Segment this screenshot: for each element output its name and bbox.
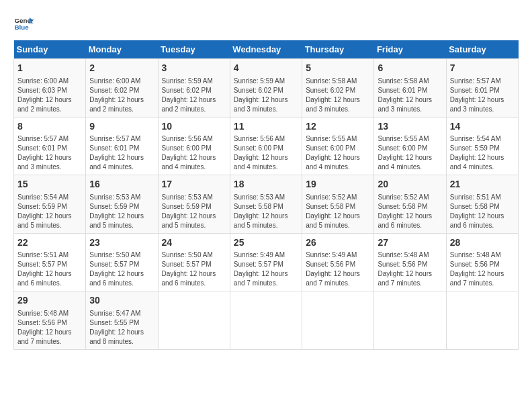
col-header-wednesday: Wednesday — [230, 40, 302, 59]
day-number: 13 — [378, 120, 442, 134]
calendar-cell: 21Sunrise: 5:51 AM Sunset: 5:58 PM Dayli… — [446, 175, 518, 234]
col-header-monday: Monday — [86, 40, 158, 59]
calendar-cell: 13Sunrise: 5:55 AM Sunset: 6:00 PM Dayli… — [374, 117, 446, 175]
calendar-cell: 3Sunrise: 5:59 AM Sunset: 6:02 PM Daylig… — [158, 59, 230, 118]
day-info: Sunrise: 6:00 AM Sunset: 6:03 PM Dayligh… — [17, 77, 82, 114]
day-number: 24 — [162, 236, 226, 250]
day-info: Sunrise: 5:53 AM Sunset: 5:59 PM Dayligh… — [162, 193, 226, 230]
calendar-cell: 9Sunrise: 5:57 AM Sunset: 6:01 PM Daylig… — [86, 117, 158, 175]
calendar-week-1: 1Sunrise: 6:00 AM Sunset: 6:03 PM Daylig… — [14, 59, 519, 118]
calendar-cell: 14Sunrise: 5:54 AM Sunset: 5:59 PM Dayli… — [446, 117, 518, 175]
calendar-cell: 28Sunrise: 5:48 AM Sunset: 5:56 PM Dayli… — [446, 233, 518, 291]
day-number: 18 — [234, 178, 298, 191]
day-number: 20 — [378, 178, 442, 191]
day-number: 23 — [89, 236, 154, 250]
day-info: Sunrise: 5:57 AM Sunset: 6:01 PM Dayligh… — [450, 77, 515, 114]
calendar-cell: 11Sunrise: 5:56 AM Sunset: 6:00 PM Dayli… — [230, 117, 302, 175]
calendar-week-4: 22Sunrise: 5:51 AM Sunset: 5:57 PM Dayli… — [14, 233, 519, 291]
day-info: Sunrise: 5:56 AM Sunset: 6:00 PM Dayligh… — [162, 134, 226, 172]
calendar-cell: 22Sunrise: 5:51 AM Sunset: 5:57 PM Dayli… — [14, 233, 86, 291]
day-info: Sunrise: 5:53 AM Sunset: 5:58 PM Dayligh… — [234, 193, 298, 230]
day-info: Sunrise: 5:48 AM Sunset: 5:56 PM Dayligh… — [17, 309, 82, 347]
day-info: Sunrise: 5:59 AM Sunset: 6:02 PM Dayligh… — [234, 77, 298, 114]
calendar-cell: 29Sunrise: 5:48 AM Sunset: 5:56 PM Dayli… — [14, 291, 86, 350]
calendar-cell: 2Sunrise: 6:00 AM Sunset: 6:02 PM Daylig… — [86, 59, 158, 118]
day-info: Sunrise: 5:53 AM Sunset: 5:59 PM Dayligh… — [89, 193, 154, 230]
calendar-week-5: 29Sunrise: 5:48 AM Sunset: 5:56 PM Dayli… — [14, 291, 519, 350]
calendar-cell: 5Sunrise: 5:58 AM Sunset: 6:02 PM Daylig… — [302, 59, 374, 118]
day-number: 12 — [306, 120, 370, 134]
calendar-cell — [158, 291, 230, 350]
day-number: 28 — [450, 236, 515, 250]
calendar-cell — [302, 291, 374, 350]
day-info: Sunrise: 5:47 AM Sunset: 5:55 PM Dayligh… — [89, 309, 154, 347]
day-info: Sunrise: 5:59 AM Sunset: 6:02 PM Dayligh… — [162, 77, 226, 114]
calendar-cell — [374, 291, 446, 350]
day-info: Sunrise: 5:55 AM Sunset: 6:00 PM Dayligh… — [306, 134, 370, 172]
day-info: Sunrise: 6:00 AM Sunset: 6:02 PM Dayligh… — [89, 77, 154, 114]
day-number: 30 — [89, 294, 154, 308]
calendar-week-2: 8Sunrise: 5:57 AM Sunset: 6:01 PM Daylig… — [14, 117, 519, 175]
col-header-saturday: Saturday — [446, 40, 518, 59]
day-info: Sunrise: 5:57 AM Sunset: 6:01 PM Dayligh… — [89, 134, 154, 172]
day-info: Sunrise: 5:50 AM Sunset: 5:57 PM Dayligh… — [162, 250, 226, 288]
calendar-table: SundayMondayTuesdayWednesdayThursdayFrid… — [13, 40, 519, 350]
calendar-cell: 7Sunrise: 5:57 AM Sunset: 6:01 PM Daylig… — [446, 59, 518, 118]
col-header-friday: Friday — [374, 40, 446, 59]
calendar-cell: 4Sunrise: 5:59 AM Sunset: 6:02 PM Daylig… — [230, 59, 302, 118]
calendar-cell: 30Sunrise: 5:47 AM Sunset: 5:55 PM Dayli… — [86, 291, 158, 350]
day-number: 7 — [450, 62, 515, 75]
calendar-cell: 25Sunrise: 5:49 AM Sunset: 5:57 PM Dayli… — [230, 233, 302, 291]
day-info: Sunrise: 5:49 AM Sunset: 5:56 PM Dayligh… — [306, 250, 370, 288]
day-number: 11 — [234, 120, 298, 134]
day-number: 3 — [162, 62, 226, 75]
day-info: Sunrise: 5:48 AM Sunset: 5:56 PM Dayligh… — [378, 250, 442, 288]
day-info: Sunrise: 5:52 AM Sunset: 5:58 PM Dayligh… — [378, 193, 442, 230]
day-number: 27 — [378, 236, 442, 250]
day-number: 2 — [89, 62, 154, 75]
day-info: Sunrise: 5:57 AM Sunset: 6:01 PM Dayligh… — [17, 134, 82, 172]
calendar-header: SundayMondayTuesdayWednesdayThursdayFrid… — [14, 40, 519, 59]
day-number: 8 — [17, 120, 82, 134]
day-number: 10 — [162, 120, 226, 134]
logo-icon: General Blue — [13, 13, 34, 34]
calendar-cell: 24Sunrise: 5:50 AM Sunset: 5:57 PM Dayli… — [158, 233, 230, 291]
calendar-cell: 12Sunrise: 5:55 AM Sunset: 6:00 PM Dayli… — [302, 117, 374, 175]
col-header-thursday: Thursday — [302, 40, 374, 59]
day-number: 26 — [306, 236, 370, 250]
day-number: 21 — [450, 178, 515, 191]
calendar-cell: 1Sunrise: 6:00 AM Sunset: 6:03 PM Daylig… — [14, 59, 86, 118]
day-info: Sunrise: 5:54 AM Sunset: 5:59 PM Dayligh… — [450, 134, 515, 172]
day-info: Sunrise: 5:50 AM Sunset: 5:57 PM Dayligh… — [89, 250, 154, 288]
day-info: Sunrise: 5:56 AM Sunset: 6:00 PM Dayligh… — [234, 134, 298, 172]
day-number: 25 — [234, 236, 298, 250]
calendar-cell: 23Sunrise: 5:50 AM Sunset: 5:57 PM Dayli… — [86, 233, 158, 291]
calendar-cell: 17Sunrise: 5:53 AM Sunset: 5:59 PM Dayli… — [158, 175, 230, 234]
col-header-sunday: Sunday — [14, 40, 86, 59]
day-number: 5 — [306, 62, 370, 75]
calendar-cell: 27Sunrise: 5:48 AM Sunset: 5:56 PM Dayli… — [374, 233, 446, 291]
day-number: 17 — [162, 178, 226, 191]
calendar-cell: 20Sunrise: 5:52 AM Sunset: 5:58 PM Dayli… — [374, 175, 446, 234]
calendar-cell — [446, 291, 518, 350]
calendar-cell — [230, 291, 302, 350]
calendar-cell: 6Sunrise: 5:58 AM Sunset: 6:01 PM Daylig… — [374, 59, 446, 118]
day-number: 29 — [17, 294, 82, 308]
day-number: 9 — [89, 120, 154, 134]
calendar-cell: 8Sunrise: 5:57 AM Sunset: 6:01 PM Daylig… — [14, 117, 86, 175]
day-number: 22 — [17, 236, 82, 250]
calendar-cell: 18Sunrise: 5:53 AM Sunset: 5:58 PM Dayli… — [230, 175, 302, 234]
col-header-tuesday: Tuesday — [158, 40, 230, 59]
calendar-cell: 15Sunrise: 5:54 AM Sunset: 5:59 PM Dayli… — [14, 175, 86, 234]
day-info: Sunrise: 5:51 AM Sunset: 5:58 PM Dayligh… — [450, 193, 515, 230]
calendar-cell: 10Sunrise: 5:56 AM Sunset: 6:00 PM Dayli… — [158, 117, 230, 175]
day-info: Sunrise: 5:58 AM Sunset: 6:02 PM Dayligh… — [306, 77, 370, 114]
logo: General Blue — [13, 13, 39, 34]
calendar-week-3: 15Sunrise: 5:54 AM Sunset: 5:59 PM Dayli… — [14, 175, 519, 234]
day-number: 1 — [17, 62, 82, 75]
day-info: Sunrise: 5:51 AM Sunset: 5:57 PM Dayligh… — [17, 250, 82, 288]
day-number: 16 — [89, 178, 154, 191]
page-header: General Blue — [13, 13, 519, 34]
day-info: Sunrise: 5:48 AM Sunset: 5:56 PM Dayligh… — [450, 250, 515, 288]
svg-text:Blue: Blue — [15, 24, 30, 31]
